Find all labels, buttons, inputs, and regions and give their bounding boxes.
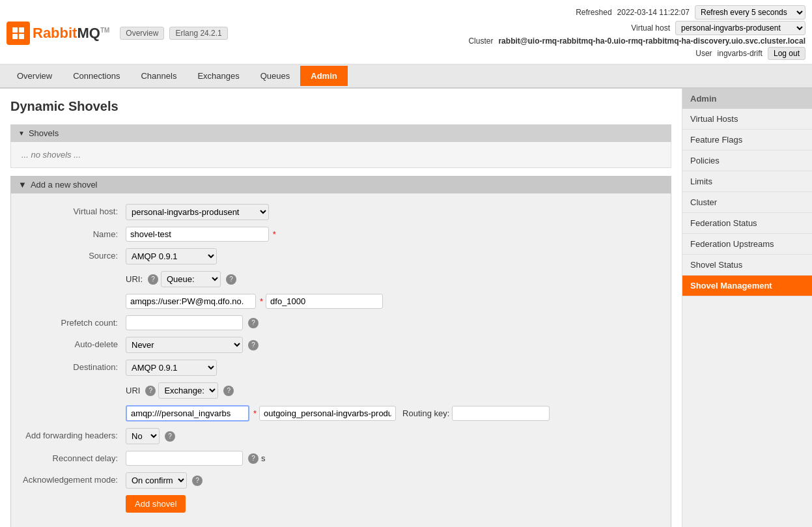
fwd-headers-help-icon[interactable]: ? bbox=[165, 431, 175, 442]
prefetch-help-icon[interactable]: ? bbox=[248, 318, 259, 328]
source-protocol-select[interactable]: AMQP 0.9.1 AMQP 1.0 bbox=[126, 248, 217, 264]
auto-delete-control: Never After initial length consumed No ? bbox=[126, 337, 660, 353]
prefetch-row: Prefetch count: ? bbox=[21, 315, 660, 330]
vhost-form-select[interactable]: personal-ingvarbs-produsent bbox=[126, 204, 269, 220]
add-shovel-body: Virtual host: personal-ingvarbs-produsen… bbox=[10, 193, 671, 527]
add-shovel-btn-row: Add shovel bbox=[21, 495, 660, 513]
dest-uri-text-label: URI bbox=[126, 386, 140, 395]
nav-connections[interactable]: Connections bbox=[63, 64, 130, 89]
no-shovels-text: ... no shovels ... bbox=[21, 150, 81, 160]
name-form-control: * bbox=[126, 227, 660, 242]
user-value: ingvarbs-drift bbox=[718, 49, 763, 58]
dest-uri-input[interactable] bbox=[126, 405, 249, 421]
dest-uri-value-control: * Routing key: bbox=[126, 405, 660, 421]
ack-mode-label: Acknowledgement mode: bbox=[21, 472, 126, 485]
fwd-headers-row: Add forwarding headers: No Yes ? bbox=[21, 428, 660, 444]
auto-delete-help-icon[interactable]: ? bbox=[248, 340, 259, 350]
name-input[interactable] bbox=[126, 227, 269, 242]
cluster-label: Cluster bbox=[468, 36, 493, 46]
ack-mode-row: Acknowledgement mode: On confirm On publ… bbox=[21, 472, 660, 489]
ack-mode-control: On confirm On publish No ack ? bbox=[126, 472, 660, 489]
name-form-label: Name: bbox=[21, 227, 126, 239]
sidebar-item-shovel-management[interactable]: Shovel Management bbox=[682, 276, 812, 296]
svg-rect-1 bbox=[19, 27, 24, 33]
source-queue-type-select[interactable]: Queue: Exchange: bbox=[161, 271, 221, 287]
auto-delete-select[interactable]: Never After initial length consumed No bbox=[126, 337, 243, 353]
dest-exchange-type-select[interactable]: Exchange: Queue: bbox=[158, 382, 218, 399]
nav-bar: Overview Connections Channels Exchanges … bbox=[0, 64, 812, 89]
cluster-value: rabbit@uio-rmq-rabbitmq-ha-0.uio-rmq-rab… bbox=[498, 36, 805, 46]
fwd-headers-label: Add forwarding headers: bbox=[21, 428, 126, 440]
add-shovel-arrow-icon: ▼ bbox=[18, 180, 27, 190]
source-uri-input[interactable] bbox=[126, 294, 256, 309]
reconnect-unit: s bbox=[261, 453, 266, 463]
refresh-select[interactable]: Refresh every 5 seconds Refresh every 10… bbox=[695, 5, 805, 20]
sidebar-item-feature-flags[interactable]: Feature Flags bbox=[682, 130, 812, 150]
page-title: Dynamic Shovels bbox=[10, 99, 671, 114]
source-uri-value-label bbox=[21, 294, 126, 296]
dest-uri-value-row: * Routing key: bbox=[21, 405, 660, 421]
nav-overview[interactable]: Overview bbox=[7, 64, 63, 89]
auto-delete-row: Auto-delete Never After initial length c… bbox=[21, 337, 660, 353]
dest-uri-required: * bbox=[253, 408, 257, 418]
sidebar-item-limits[interactable]: Limits bbox=[682, 171, 812, 192]
dest-uri-help-icon[interactable]: ? bbox=[145, 386, 156, 396]
source-row: Source: AMQP 0.9.1 AMQP 1.0 bbox=[21, 248, 660, 264]
source-queue-input[interactable] bbox=[266, 294, 383, 309]
add-shovel-btn-label bbox=[21, 495, 126, 498]
prefetch-control: ? bbox=[126, 315, 660, 330]
fwd-headers-select[interactable]: No Yes bbox=[126, 428, 160, 444]
sidebar-item-virtual-hosts[interactable]: Virtual Hosts bbox=[682, 109, 812, 130]
sidebar-item-cluster[interactable]: Cluster bbox=[682, 192, 812, 213]
reconnect-help-icon[interactable]: ? bbox=[248, 453, 259, 464]
sidebar-item-federation-status[interactable]: Federation Status bbox=[682, 213, 812, 234]
dest-form-control: AMQP 0.9.1 AMQP 1.0 bbox=[126, 360, 660, 376]
source-form-label: Source: bbox=[21, 248, 126, 261]
source-uri-value-row: * bbox=[21, 294, 660, 309]
ack-mode-help-icon[interactable]: ? bbox=[192, 476, 203, 486]
dest-protocol-select[interactable]: AMQP 0.9.1 AMQP 1.0 bbox=[126, 360, 217, 376]
source-uri-row: URI: ? Queue: Exchange: ? bbox=[21, 271, 660, 287]
svg-rect-3 bbox=[19, 34, 24, 39]
dest-exchange-help-icon[interactable]: ? bbox=[223, 386, 234, 396]
source-uri-text-label: URI: bbox=[126, 274, 143, 284]
source-queue-help-icon[interactable]: ? bbox=[226, 274, 236, 285]
dest-exchange-input[interactable] bbox=[259, 406, 396, 421]
svg-rect-0 bbox=[12, 27, 18, 33]
source-uri-value-control: * bbox=[126, 294, 660, 309]
dest-form-label: Destination: bbox=[21, 360, 126, 372]
add-shovel-label: Add a new shovel bbox=[31, 180, 98, 190]
reconnect-row: Reconnect delay: ? s bbox=[21, 451, 660, 466]
logo-text: RabbitMQTM bbox=[33, 25, 109, 42]
fwd-headers-control: No Yes ? bbox=[126, 428, 660, 444]
sidebar-item-federation-upstreams[interactable]: Federation Upstreams bbox=[682, 234, 812, 255]
shovels-section-body: ... no shovels ... bbox=[10, 142, 671, 168]
sidebar-item-shovel-status[interactable]: Shovel Status bbox=[682, 255, 812, 276]
vhost-select[interactable]: personal-ingvarbs-produsent bbox=[675, 21, 805, 35]
refreshed-label: Refreshed bbox=[576, 8, 611, 17]
reconnect-input[interactable] bbox=[126, 451, 243, 466]
dest-uri-label-row: URI ? Exchange: Queue: ? bbox=[21, 382, 660, 399]
routing-key-input[interactable] bbox=[452, 406, 550, 421]
logo-icon bbox=[7, 21, 30, 45]
logout-button[interactable]: Log out bbox=[768, 47, 805, 60]
nav-channels[interactable]: Channels bbox=[130, 64, 187, 89]
prefetch-input[interactable] bbox=[126, 315, 243, 330]
add-shovel-header[interactable]: ▼ Add a new shovel bbox=[10, 176, 671, 193]
nav-exchanges[interactable]: Exchanges bbox=[187, 64, 249, 89]
dest-uri-label-el bbox=[21, 382, 126, 385]
dest-uri-label-control: URI ? Exchange: Queue: ? bbox=[126, 382, 660, 399]
user-label: User bbox=[695, 49, 712, 58]
admin-button[interactable]: Admin bbox=[300, 66, 347, 86]
name-required-star: * bbox=[273, 229, 276, 239]
sidebar-title: Admin bbox=[682, 89, 812, 109]
shovels-section-header[interactable]: ▼ Shovels bbox=[10, 124, 671, 142]
reconnect-label: Reconnect delay: bbox=[21, 451, 126, 463]
nav-queues[interactable]: Queues bbox=[250, 64, 301, 89]
add-shovel-button[interactable]: Add shovel bbox=[126, 495, 186, 513]
vhost-form-label: Virtual host: bbox=[21, 204, 126, 216]
prefetch-label: Prefetch count: bbox=[21, 315, 126, 328]
sidebar-item-policies[interactable]: Policies bbox=[682, 150, 812, 171]
ack-mode-select[interactable]: On confirm On publish No ack bbox=[126, 472, 187, 489]
source-uri-help-icon[interactable]: ? bbox=[148, 274, 158, 285]
